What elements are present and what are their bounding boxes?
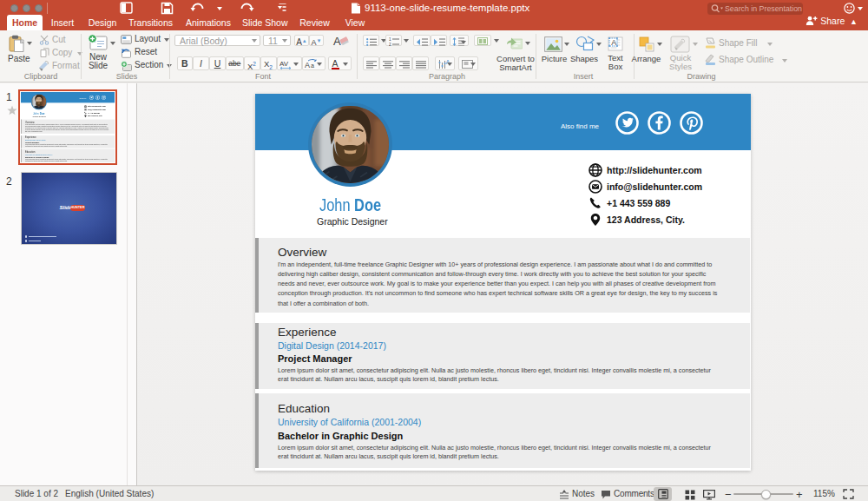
svg-text:A: A <box>305 61 310 69</box>
svg-text:1: 1 <box>389 37 391 42</box>
svg-text:2: 2 <box>389 43 391 47</box>
svg-text:A: A <box>611 38 616 47</box>
svg-text:a: a <box>311 63 314 69</box>
svg-text:A: A <box>333 35 341 48</box>
svg-text:AV: AV <box>279 60 289 68</box>
